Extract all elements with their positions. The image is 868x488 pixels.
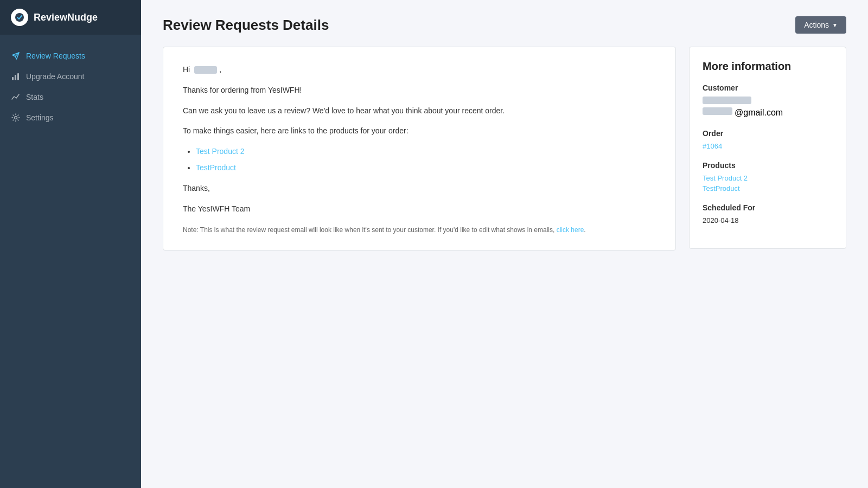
email-paragraph3: To make things easier, here are links to… (183, 125, 656, 138)
sidebar-item-settings[interactable]: Settings (0, 107, 141, 128)
info-product-link-2[interactable]: TestProduct (703, 184, 833, 192)
email-paragraph1: Thanks for ordering from YesIWFH! (183, 84, 656, 97)
customer-email-suffix: @gmail.com (735, 108, 783, 118)
customer-name-redacted (703, 97, 751, 104)
customer-name-redacted (194, 66, 217, 74)
actions-button[interactable]: Actions ▼ (795, 16, 846, 34)
scheduled-date-value: 2020-04-18 (703, 216, 833, 224)
svg-rect-1 (12, 77, 14, 80)
products-label: Products (703, 161, 833, 170)
scheduled-section: Scheduled For 2020-04-18 (703, 203, 833, 224)
email-closing: Thanks, (183, 182, 656, 195)
customer-label: Customer (703, 84, 833, 92)
product-link-1[interactable]: Test Product 2 (196, 147, 245, 156)
email-paragraph2: Can we ask you to leave us a review? We'… (183, 105, 656, 118)
customer-email-redacted (703, 107, 732, 115)
sidebar-item-stats[interactable]: Stats (0, 87, 141, 107)
email-body: Hi , Thanks for ordering from YesIWFH! C… (183, 63, 656, 215)
customer-email-row: @gmail.com (703, 107, 833, 118)
email-preview-card: Hi , Thanks for ordering from YesIWFH! C… (163, 47, 676, 251)
sidebar-item-upgrade-account[interactable]: Upgrade Account (0, 66, 141, 87)
svg-point-4 (15, 117, 17, 119)
email-greeting: Hi , (183, 63, 656, 76)
sidebar-item-label: Stats (26, 93, 43, 101)
svg-point-0 (15, 13, 24, 22)
greeting-prefix: Hi (183, 65, 190, 74)
sidebar: ReviewNudge Review Requests Upgrade Acco… (0, 0, 141, 488)
greeting-suffix: , (219, 65, 221, 74)
order-label: Order (703, 129, 833, 138)
app-logo: ReviewNudge (0, 0, 141, 35)
scheduled-label: Scheduled For (703, 203, 833, 212)
email-note-text: Note: This is what the review request em… (183, 226, 554, 234)
sidebar-item-label: Upgrade Account (26, 72, 84, 81)
email-note-link[interactable]: click here (557, 226, 584, 234)
customer-name-row (703, 97, 833, 104)
logo-icon (11, 9, 28, 26)
send-icon (11, 51, 21, 61)
sidebar-item-label: Settings (26, 113, 54, 122)
actions-button-label: Actions (804, 21, 829, 29)
main-content: Review Requests Details Actions ▼ Hi , T… (141, 0, 868, 488)
info-product-link-1[interactable]: Test Product 2 (703, 174, 833, 182)
order-section: Order #1064 (703, 129, 833, 150)
product-link-item-1: Test Product 2 (196, 145, 656, 158)
email-signature: The YesIWFH Team (183, 203, 656, 216)
sidebar-item-review-requests[interactable]: Review Requests (0, 46, 141, 66)
product-link-item-2: TestProduct (196, 162, 656, 175)
svg-rect-2 (15, 75, 16, 80)
app-name: ReviewNudge (34, 12, 98, 23)
order-number-link[interactable]: #1064 (703, 142, 833, 150)
chevron-down-icon: ▼ (832, 22, 838, 28)
product-links-list: Test Product 2 TestProduct (196, 145, 656, 175)
scheduled-date: 2020-04-18 (703, 216, 739, 224)
email-note: Note: This is what the review request em… (183, 226, 656, 234)
info-panel-title: More information (703, 60, 833, 73)
customer-section: Customer @gmail.com (703, 84, 833, 118)
products-value: Test Product 2 TestProduct (703, 174, 833, 192)
email-note-period: . (584, 226, 585, 234)
page-title: Review Requests Details (163, 17, 329, 34)
order-number-value: #1064 (703, 142, 833, 150)
content-layout: Hi , Thanks for ordering from YesIWFH! C… (163, 47, 846, 251)
stats-icon (11, 92, 21, 102)
info-panel: More information Customer @gmail.com Ord… (689, 47, 846, 249)
svg-rect-3 (17, 73, 19, 80)
products-section: Products Test Product 2 TestProduct (703, 161, 833, 192)
bar-chart-icon (11, 72, 21, 81)
page-header: Review Requests Details Actions ▼ (163, 16, 846, 34)
product-link-2[interactable]: TestProduct (196, 163, 236, 172)
gear-icon (11, 113, 21, 123)
sidebar-nav: Review Requests Upgrade Account Stats (0, 35, 141, 488)
sidebar-item-label: Review Requests (26, 52, 85, 60)
